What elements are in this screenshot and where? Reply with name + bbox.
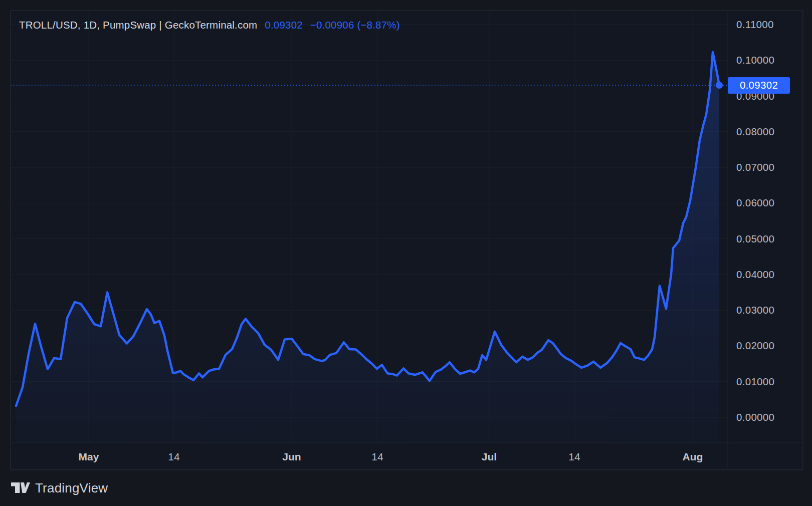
symbol-title: TROLL/USD, 1D, PumpSwap | GeckoTerminal.… [19,19,257,31]
tradingview-logo-icon [11,482,30,493]
price-tick-label: 0.08000 [736,126,774,138]
last-price-tag: 0.09302 [728,77,790,94]
last-price-dot [716,82,723,89]
last-price-value: 0.09302 [265,19,303,31]
price-tick-label: 0.06000 [736,197,774,209]
chart-legend: TROLL/USD, 1D, PumpSwap | GeckoTerminal.… [19,19,400,31]
time-tick-label: Aug [683,451,703,463]
time-tick-label: May [79,451,99,463]
price-area-fill [16,52,719,443]
price-tick-label: 0.07000 [736,161,774,173]
time-axis[interactable]: May14Jun14Jul14Aug [11,443,803,470]
price-tick-label: 0.01000 [736,376,774,388]
time-tick-label: Jun [282,451,301,463]
price-tick-label: 0.05000 [736,233,774,245]
time-tick-label: 14 [168,451,179,463]
chart-canvas[interactable] [0,0,812,506]
price-tick-label: 0.02000 [736,340,774,352]
last-price-tag-label: 0.09302 [740,79,778,91]
price-tick-label: 0.10000 [736,54,774,66]
tradingview-brand-text: TradingView [35,480,108,496]
price-axis[interactable]: 0.110000.100000.090000.080000.070000.060… [728,11,803,443]
price-tick-label: 0.11000 [736,19,774,31]
time-tick-label: Jul [482,451,497,463]
price-tick-label: 0.00000 [736,411,774,423]
time-tick-label: 14 [371,451,383,463]
price-tick-label: 0.04000 [736,269,774,281]
price-change-value: −0.00906 (−8.87%) [310,19,400,31]
chart-page: { "header": { "symbol_title": "TROLL/USD… [0,0,812,506]
tradingview-attribution[interactable]: TradingView [11,477,108,499]
time-tick-label: 14 [568,451,580,463]
price-tick-label: 0.03000 [736,304,774,316]
